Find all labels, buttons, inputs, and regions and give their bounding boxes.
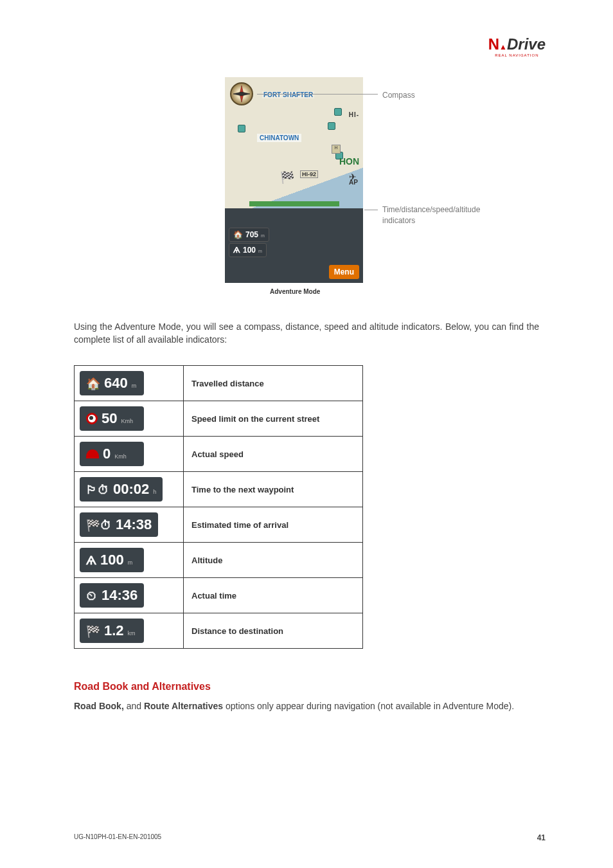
section-heading: Road Book and Alternatives bbox=[74, 681, 539, 692]
indicator-description: Speed limit on the current street bbox=[184, 401, 363, 437]
table-row: 🏁⏱ 14:38 Estimated time of arrival bbox=[75, 507, 363, 543]
indicator-value: 14:36 bbox=[102, 587, 138, 604]
indicator-value: 50 bbox=[102, 410, 117, 427]
indicator-block: Ѧ 100 m bbox=[80, 548, 144, 572]
brand-logo: N▲Drive REAL NAVIGATION bbox=[488, 35, 546, 57]
map-label: FORT SHAFTER bbox=[262, 91, 314, 98]
indicator-unit: Kmh bbox=[114, 453, 127, 460]
indicator-cell: 50 Kmh bbox=[75, 401, 184, 437]
eta-icon: 🏁⏱ bbox=[86, 518, 112, 532]
indicator-block: 🏁⏱ 14:38 bbox=[80, 512, 158, 537]
table-row: 50 Kmh Speed limit on the current street bbox=[75, 401, 363, 437]
poi-icon bbox=[334, 108, 342, 116]
indicator-unit: m bbox=[261, 233, 265, 238]
checkered-flag-icon: 🏁 bbox=[280, 170, 294, 185]
table-row: ⏲ 14:36 Actual time bbox=[75, 578, 363, 613]
highway-shield-icon: H bbox=[332, 145, 341, 154]
indicator-table: 🏠 640 m Travelled distance 50 Kmh Speed … bbox=[74, 365, 363, 649]
page-content: N▲Drive REAL NAVIGATION H ✈ 🏁 FORT SHAFT… bbox=[0, 0, 613, 739]
indicator-description: Time to the next waypoint bbox=[184, 472, 363, 507]
indicator-description: Altitude bbox=[184, 543, 363, 578]
distance-to-destination-icon: 🏁 bbox=[86, 624, 100, 638]
logo-rest: Drive bbox=[507, 35, 546, 53]
indicator-value: 100 bbox=[100, 552, 124, 568]
map-label: CHINATOWN bbox=[257, 134, 301, 142]
indicator-value: 1.2 bbox=[104, 622, 124, 639]
logo-n: N bbox=[488, 35, 499, 53]
page-number: 41 bbox=[537, 833, 546, 842]
indicator-cell: ⏲ 14:36 bbox=[75, 578, 184, 613]
indicator-value: 0 bbox=[103, 446, 111, 462]
indicator-block: 🏳⏱ 00:02 h bbox=[80, 477, 163, 502]
callout-leader bbox=[364, 210, 378, 210]
indicator-value: 100 bbox=[243, 246, 256, 255]
map-label: HON bbox=[338, 156, 360, 167]
indicator-block: 🏁 1.2 km bbox=[80, 619, 144, 643]
callout-compass: Compass bbox=[382, 90, 415, 101]
map-label: AP bbox=[348, 179, 359, 186]
poi-icon bbox=[238, 125, 245, 132]
logo-subtitle: REAL NAVIGATION bbox=[488, 53, 546, 57]
table-row: 0 Kmh Actual speed bbox=[75, 437, 363, 472]
indicator-value: 640 bbox=[104, 375, 128, 392]
bold-term: Route Alternatives bbox=[144, 701, 223, 711]
speedometer-icon bbox=[86, 449, 99, 458]
indicator-description: Actual time bbox=[184, 578, 363, 613]
indicator-unit: m bbox=[132, 383, 137, 389]
callout-indicators: Time/distance/speed/altitude indicators bbox=[382, 204, 504, 226]
indicator-cell: 🏠 640 m bbox=[75, 366, 184, 401]
svg-marker-1 bbox=[233, 92, 250, 96]
table-row: 🏠 640 m Travelled distance bbox=[75, 366, 363, 401]
table-row: Ѧ 100 m Altitude bbox=[75, 543, 363, 578]
doc-id: UG-N10PH-01-EN-EN-201005 bbox=[74, 833, 161, 842]
indicator-value: 705 bbox=[245, 230, 258, 239]
altitude-icon: Ѧ bbox=[233, 246, 240, 255]
indicator-cell: 🏁 1.2 km bbox=[75, 613, 184, 649]
status-bar bbox=[249, 201, 339, 206]
indicator-description: Actual speed bbox=[184, 437, 363, 472]
indicator-description: Distance to destination bbox=[184, 613, 363, 649]
indicator-unit: Kmh bbox=[121, 418, 133, 424]
text: and bbox=[124, 701, 144, 711]
bold-term: Road Book, bbox=[74, 701, 124, 711]
callout-leader bbox=[257, 94, 378, 95]
table-row: 🏳⏱ 00:02 h Time to the next waypoint bbox=[75, 472, 363, 507]
time-to-waypoint-icon: 🏳⏱ bbox=[86, 484, 109, 497]
indicator-unit: m bbox=[128, 559, 133, 566]
indicator-unit: km bbox=[128, 630, 136, 637]
indicator-description: Estimated time of arrival bbox=[184, 507, 363, 543]
indicator-cell: 🏁⏱ 14:38 bbox=[75, 507, 184, 543]
indicator-block: 0 Kmh bbox=[80, 442, 144, 466]
body-paragraph: Using the Adventure Mode, you will see a… bbox=[74, 321, 539, 346]
distance-icon: 🏠 bbox=[86, 377, 100, 391]
map-label: HI-92 bbox=[300, 170, 318, 178]
indicator-cell: 0 Kmh bbox=[75, 437, 184, 472]
poi-icon bbox=[328, 122, 335, 130]
clock-icon: ⏲ bbox=[86, 590, 98, 603]
adventure-mode-screenshot: H ✈ 🏁 FORT SHAFTER CHINATOWN HI- HON HI-… bbox=[225, 77, 363, 283]
indicator-unit: h bbox=[153, 489, 156, 495]
compass-icon bbox=[230, 82, 253, 105]
indicator-block: ⏲ 14:36 bbox=[80, 583, 144, 608]
indicator-unit: m bbox=[258, 249, 262, 253]
logo-arrow-icon: ▲ bbox=[499, 42, 507, 51]
speed-limit-icon bbox=[86, 413, 98, 424]
distance-icon: 🏠 bbox=[233, 230, 243, 239]
page-footer: UG-N10PH-01-EN-EN-201005 41 bbox=[74, 833, 546, 842]
indicator-description: Travelled distance bbox=[184, 366, 363, 401]
indicator-value: 14:38 bbox=[116, 516, 152, 533]
menu-button[interactable]: Menu bbox=[329, 265, 359, 279]
map-label: HI- bbox=[348, 111, 360, 118]
table-row: 🏁 1.2 km Distance to destination bbox=[75, 613, 363, 649]
text: options only appear during navigation (n… bbox=[223, 701, 514, 711]
indicator-block: 50 Kmh bbox=[80, 406, 144, 431]
indicator-block: 🏠 640 m bbox=[80, 371, 144, 395]
indicator-cell: 🏳⏱ 00:02 h bbox=[75, 472, 184, 507]
distance-indicator: 🏠 705 m bbox=[229, 228, 269, 242]
indicator-value: 00:02 bbox=[113, 481, 149, 498]
section-body: Road Book, and Route Alternatives option… bbox=[74, 700, 539, 713]
figure-caption: Adventure Mode bbox=[270, 288, 539, 295]
indicator-cell: Ѧ 100 m bbox=[75, 543, 184, 578]
screenshot-figure: H ✈ 🏁 FORT SHAFTER CHINATOWN HI- HON HI-… bbox=[225, 77, 539, 295]
altitude-icon: Ѧ bbox=[86, 554, 96, 568]
